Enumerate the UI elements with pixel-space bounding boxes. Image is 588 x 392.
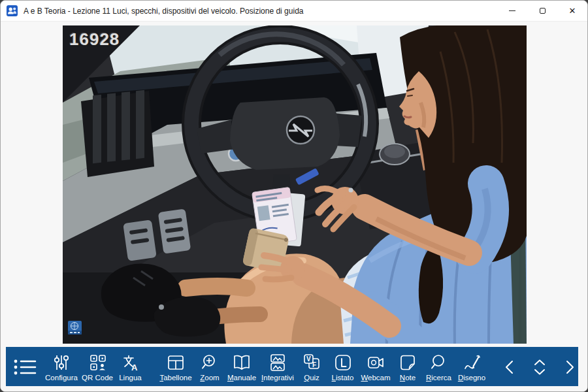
publisher-logo-watermark	[68, 321, 82, 335]
zoom-in-icon	[200, 353, 220, 372]
chevron-right-icon	[559, 357, 579, 377]
toolbar-item-disegno[interactable]: Disegno	[455, 347, 489, 387]
note-icon	[398, 353, 417, 372]
toolbar-label: Listato	[332, 374, 354, 382]
open-book-icon	[232, 353, 252, 372]
toolbar-item-note[interactable]: Note	[393, 347, 423, 387]
image-number: 16928	[69, 29, 120, 50]
table-icon	[166, 353, 186, 372]
toolbar-label: Webcam	[361, 374, 390, 382]
close-button[interactable]: ✕	[557, 1, 587, 22]
search-icon	[429, 353, 449, 372]
window-controls: ✕	[497, 1, 587, 22]
true-false-icon: F V	[302, 353, 321, 372]
qr-code-icon	[88, 353, 107, 372]
close-icon: ✕	[569, 7, 576, 15]
webcam-icon	[366, 353, 385, 372]
toolbar-label: Disegno	[458, 374, 485, 382]
toolbar-item-qr-code[interactable]: QR Code	[80, 347, 114, 387]
toolbar-label: Integrativi	[261, 374, 294, 382]
app-window: A e B Teoria - Lezione 11 Luci, specchi,…	[0, 0, 588, 392]
maximize-button[interactable]	[527, 1, 557, 22]
prev-button[interactable]	[495, 347, 525, 387]
toolbar-item-configura[interactable]: Configura	[42, 347, 80, 387]
pictures-icon	[268, 353, 287, 372]
back-button[interactable]	[583, 347, 588, 387]
toolbar-label: Zoom	[200, 374, 219, 382]
car-interior-illustration	[63, 25, 527, 344]
left-hand	[261, 255, 305, 281]
letter-l-icon	[333, 353, 353, 372]
toolbar-label: Ricerca	[426, 374, 451, 382]
toolbar-item-manuale[interactable]: Manuale	[225, 347, 259, 387]
toolbar-item-lingua[interactable]: A Lingua	[114, 347, 146, 387]
translate-icon: A	[121, 353, 140, 372]
menu-button[interactable]	[8, 347, 42, 387]
toolbar-item-quiz[interactable]: F V Quiz	[297, 347, 327, 387]
toolbar-item-tabellone[interactable]: Tabellone	[157, 347, 195, 387]
toolbar-label: Note	[400, 374, 416, 382]
titlebar: A e B Teoria - Lezione 11 Luci, specchi,…	[1, 1, 587, 22]
chevron-up-down-icon	[530, 357, 549, 377]
next-button[interactable]	[554, 347, 583, 387]
toolbar-label: QR Code	[82, 374, 113, 382]
people-icon	[7, 5, 18, 16]
chevron-left-icon	[500, 357, 520, 377]
scroll-button[interactable]	[525, 347, 554, 387]
minimize-icon	[509, 10, 515, 11]
toolbar-item-listato[interactable]: Listato	[327, 347, 359, 387]
minimize-button[interactable]	[497, 1, 527, 22]
draw-pen-icon	[462, 353, 482, 372]
toolbar-item-zoom[interactable]: Zoom	[195, 347, 225, 387]
lesson-photo: 16928	[63, 25, 527, 344]
toolbar-label: Quiz	[304, 374, 319, 382]
bullet-list-icon	[13, 357, 38, 377]
toolbar-label: Configura	[45, 374, 78, 382]
toolbar-item-webcam[interactable]: Webcam	[359, 347, 393, 387]
toolbar-label: Lingua	[119, 374, 142, 382]
toolbar: Configura QR Code	[6, 347, 578, 387]
toolbar-label: Manuale	[227, 374, 256, 382]
window-bottom-margin	[1, 386, 587, 391]
toolbar-label: Tabellone	[159, 374, 191, 382]
toolbar-item-integrativi[interactable]: Integrativi	[259, 347, 297, 387]
window-title: A e B Teoria - Lezione 11 Luci, specchi,…	[24, 7, 497, 16]
lesson-content: 16928 Configura	[1, 22, 587, 391]
maximize-icon	[540, 8, 546, 14]
toolbar-item-ricerca[interactable]: Ricerca	[423, 347, 455, 387]
lingua-letter: A	[131, 363, 138, 372]
sliders-icon	[52, 353, 71, 372]
quiz-letter-v: V	[306, 355, 311, 363]
